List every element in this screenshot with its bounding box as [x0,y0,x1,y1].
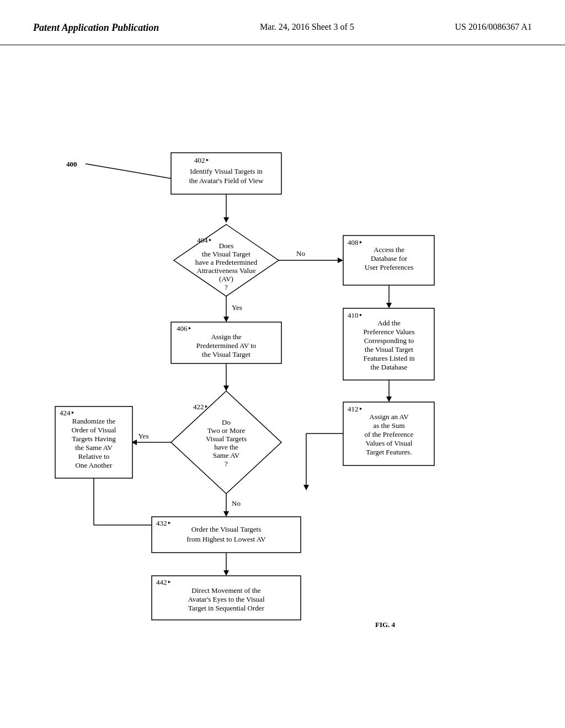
ref-432: 432‣ [156,519,172,527]
ref-424: 424‣ [60,409,75,417]
node-404-text3: have a Predetermined [195,258,258,266]
ref-402: 402‣ [194,156,210,164]
ref-422: 422‣ [193,403,209,411]
no-label-422: No [232,499,241,507]
node-424-text5: Relative to [78,452,110,461]
diagram-area: 400 402‣ Identify Visual Targets in the … [0,45,565,707]
node-410-text1: Add the [377,319,401,327]
yes-label-404: Yes [232,303,242,312]
node-412-text4: Values of Visual [366,439,413,447]
header-right: US 2016/0086367 A1 [455,22,532,32]
header-left: Patent Application Publication [33,22,159,34]
svg-marker-7 [338,258,343,263]
node-404-text4: Attractiveness Value [197,266,256,275]
svg-marker-17 [303,485,309,490]
node-406-text2: Predetermined AV to [196,341,257,350]
node-422-text2: Two or More [207,426,246,435]
node-424-text3: Targets Having [72,435,116,443]
node-442-text1: Direct Movement of the [191,586,260,595]
node-422-text4: have the [214,443,238,451]
svg-marker-13 [386,397,392,402]
node-410-text6: the Database [371,363,408,371]
node-422-text5: Same AV [213,451,240,459]
node-408-text2: Database for [371,254,408,263]
node-424-text1: Randomize the [72,417,116,425]
node-410-text4: the Visual Target [365,345,413,354]
yes-label-422: Yes [138,432,149,440]
ref-442: 442‣ [156,578,172,586]
node-422-text3: Visual Targets [206,435,247,443]
node-408-text3: User Preferences [365,263,413,271]
page-header: Patent Application Publication Mar. 24, … [0,0,565,45]
node-410-text2: Preference Values [363,328,414,336]
ref-408: 408‣ [348,238,363,247]
node-406-text1: Assign the [211,333,241,341]
node-412-text5: Target Features. [366,448,412,456]
node-410-text3: Corresponding to [364,336,414,345]
node-412-text1: Assign an AV [369,413,409,421]
ref-410: 410‣ [348,311,363,319]
node-404-text6: ? [225,283,228,291]
node-422-text1: Do [222,418,231,426]
node-402-text2: the Avatar's Field of View [189,176,264,185]
svg-line-0 [86,164,182,180]
svg-marker-22 [223,386,229,391]
svg-marker-19 [223,317,229,322]
svg-marker-31 [223,511,229,517]
svg-marker-4 [223,217,229,223]
node-408-text1: Access the [374,245,404,254]
ref-406: 406‣ [177,324,192,333]
node-410-text5: Features Listed in [363,354,415,362]
node-442-text2: Avatar's Eyes to the Visual [188,595,265,603]
node-404-text5: (AV) [219,275,233,283]
fig-label: FIG. 4 [375,620,396,629]
node-422-text6: ? [225,459,228,468]
node-432-text1: Order the Visual Targets [191,525,261,533]
ref-404: 404‣ [197,236,212,244]
ref-400: 400 [66,160,77,168]
flowchart-svg: 400 402‣ Identify Visual Targets in the … [0,45,565,707]
node-412-text2: as the Sum [373,421,404,430]
node-424-text2: Order of Visual [72,426,116,434]
node-442-text3: Target in Sequential Order [188,604,265,612]
svg-marker-34 [223,570,229,576]
node-412-text3: of the Preference [365,430,414,438]
node-424-text6: One Another [76,461,113,469]
svg-marker-10 [386,303,392,308]
node-432-text2: from Highest to Lowest AV [186,535,266,543]
ref-412: 412‣ [348,405,363,413]
node-406-text3: the Visual Target [202,350,250,358]
node-402-text: Identify Visual Targets in [190,167,263,175]
node-424-text4: the Same AV [75,443,113,452]
node-404-text1: Does [219,242,234,250]
no-label-404: No [296,249,305,258]
header-center: Mar. 24, 2016 Sheet 3 of 5 [260,22,354,32]
node-404-text2: the Visual Target [202,250,250,258]
